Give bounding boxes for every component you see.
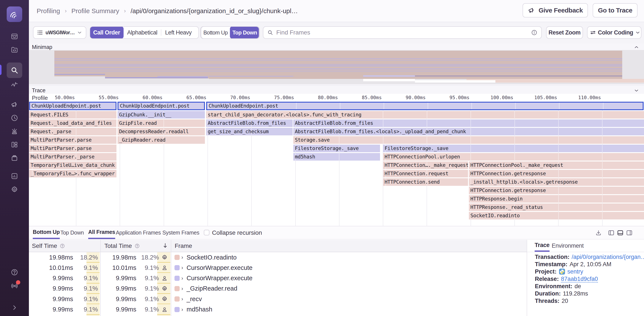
- chevron-up-icon[interactable]: [634, 44, 639, 50]
- minimap-canvas[interactable]: [29, 50, 644, 84]
- give-feedback-button[interactable]: Give Feedback: [522, 3, 588, 17]
- sidebar-item-settings[interactable]: [7, 183, 22, 196]
- view-mode-alphabetical[interactable]: Alphabetical: [124, 27, 161, 38]
- details-tab-environment[interactable]: Environment: [552, 240, 584, 252]
- sidebar-item-dashboards[interactable]: [7, 78, 22, 91]
- frame-name[interactable]: _recv: [186, 294, 202, 304]
- flame-frame[interactable]: MultiPartParser.parse: [29, 145, 116, 152]
- sidebar-item-profiling-search[interactable]: [7, 62, 22, 78]
- frame-name[interactable]: SocketIO.readinto: [186, 252, 236, 263]
- go-to-trace-button[interactable]: Go to Trace: [593, 3, 638, 17]
- sidebar-item-feedback[interactable]: [7, 98, 22, 111]
- sidebar-item-issues[interactable]: [7, 30, 22, 43]
- flame-frame[interactable]: md5hash: [293, 153, 380, 161]
- flame-frame[interactable]: HTTPConnection.request: [383, 170, 468, 177]
- flame-frame[interactable]: HTTPConnection…._make_request: [383, 161, 468, 169]
- project-link[interactable]: sentry: [568, 268, 584, 275]
- help-icon[interactable]: [134, 243, 140, 249]
- flame-frame[interactable]: GzipChunk.__init__: [118, 111, 205, 119]
- frame-table-row[interactable]: 9.99ms9.1%9.99ms9.1%›_recv: [29, 294, 527, 304]
- flame-frame[interactable]: Storage.save: [293, 136, 644, 144]
- help-icon[interactable]: [60, 243, 65, 249]
- sort-direction-icon[interactable]: [162, 243, 168, 249]
- flame-frame[interactable]: MultiPartParser._parse: [29, 153, 116, 161]
- flame-frame[interactable]: get_size_and_checksum: [206, 128, 293, 135]
- frame-name[interactable]: CursorWrapper.execute: [186, 263, 252, 273]
- frame-column-header[interactable]: Frame: [175, 243, 192, 249]
- flame-frame[interactable]: ChunkUploadEndpoint.post: [206, 102, 644, 110]
- download-icon[interactable]: [595, 230, 602, 236]
- sidebar-item-stats[interactable]: [7, 169, 22, 183]
- flame-frame[interactable]: GzipFile.read: [118, 119, 205, 127]
- color-coding-dropdown[interactable]: Color Coding: [587, 26, 642, 39]
- flame-frame[interactable]: FilestoreStorage._save: [383, 145, 644, 152]
- flame-frame[interactable]: _GzipReader.read: [118, 136, 205, 144]
- sidebar-item-explore[interactable]: [7, 43, 22, 56]
- view-mode-call-order[interactable]: Call Order: [90, 26, 124, 39]
- sidebar-item-whats-new[interactable]: [7, 279, 22, 292]
- layout-bottom-icon[interactable]: [617, 229, 624, 236]
- breadcrumb-profile-summary[interactable]: Profile Summary: [72, 7, 119, 15]
- frame-name[interactable]: md5hash: [186, 304, 212, 315]
- breadcrumb-profiling[interactable]: Profiling: [37, 7, 60, 15]
- frames-tab-system-frames[interactable]: System Frames: [162, 226, 199, 239]
- flame-frame[interactable]: Request._load_data_and_files: [29, 119, 116, 127]
- layout-left-icon[interactable]: [608, 229, 615, 236]
- chevron-down-icon[interactable]: [634, 88, 639, 93]
- flame-frame[interactable]: FilestoreStorage._save: [293, 145, 380, 152]
- view-mode-left-heavy[interactable]: Left Heavy: [161, 27, 195, 38]
- frame-table-row[interactable]: 10.01ms9.1%10.01ms9.1%›CursorWrapper.exe…: [29, 263, 527, 273]
- direction-top-down[interactable]: Top Down: [230, 26, 259, 39]
- flame-frame[interactable]: _TemporaryFile…>.func_wrapper: [29, 170, 116, 177]
- flame-graph[interactable]: ChunkUploadEndpoint.postChunkUploadEndpo…: [29, 101, 644, 226]
- find-frames-input[interactable]: Find Frames: [263, 26, 542, 39]
- release-link[interactable]: 87aab1d9cfa0: [561, 275, 598, 283]
- flame-frame[interactable]: start_child_span_decorator.<locals>.func…: [206, 111, 644, 119]
- sidebar-collapse-button[interactable]: [7, 301, 22, 314]
- frame-table-row[interactable]: 9.99ms9.1%9.99ms9.1%›md5hash: [29, 304, 527, 315]
- layout-right-icon[interactable]: [626, 229, 633, 236]
- frame-table-row[interactable]: [29, 315, 527, 316]
- flame-frame[interactable]: HTTPConnectionPool.urlopen: [383, 153, 644, 161]
- sidebar-item-help[interactable]: [7, 266, 22, 279]
- total-time-column-header[interactable]: Total Time: [104, 243, 140, 249]
- flame-frame[interactable]: AbstractFileBlob.from_files.<locals>._up…: [293, 128, 644, 135]
- flame-frame[interactable]: ChunkUploadEndpoint.post: [29, 102, 116, 110]
- flame-frame[interactable]: MultiPartParser.parse: [29, 136, 116, 144]
- info-icon[interactable]: [531, 29, 538, 36]
- collapse-recursion-checkbox[interactable]: [204, 230, 210, 235]
- flame-frame[interactable]: _install_httplib.<locals>.getresponse: [469, 178, 644, 186]
- bottom-tab-top-down[interactable]: Top Down: [60, 226, 84, 239]
- flame-frame[interactable]: HTTPResponse.begin: [469, 195, 644, 203]
- frame-table-row[interactable]: 19.98ms18.2%19.98ms18.2%›SocketIO.readin…: [29, 252, 527, 263]
- flame-frame[interactable]: Request._parse: [29, 128, 116, 135]
- flame-frame[interactable]: DecompressReader.readall: [118, 128, 205, 135]
- flame-frame[interactable]: SocketIO.readinto: [469, 212, 644, 219]
- details-tab-trace[interactable]: Trace: [535, 240, 550, 252]
- flame-frame[interactable]: Request.FILES: [29, 111, 116, 119]
- frame-name[interactable]: _GzipReader.read: [186, 284, 237, 294]
- self-time-column-header[interactable]: Self Time: [32, 243, 65, 249]
- bottom-tab-bottom-up[interactable]: Bottom Up: [33, 226, 60, 239]
- flame-frame[interactable]: TemporaryFileU…ive_data_chunk: [29, 161, 116, 169]
- flame-frame[interactable]: HTTPConnection.send: [383, 178, 468, 186]
- flame-frame[interactable]: ChunkUploadEndpoint.post: [118, 102, 205, 110]
- reset-zoom-button[interactable]: Reset Zoom: [546, 26, 583, 39]
- frame-name[interactable]: CursorWrapper.execute: [186, 273, 252, 284]
- transaction-link[interactable]: /api/0/organizations/{organ…: [572, 253, 644, 261]
- flame-frame[interactable]: HTTPConnectionPool._make_request: [469, 161, 644, 169]
- sidebar-item-archive[interactable]: [7, 151, 22, 165]
- flame-frame[interactable]: HTTPResponse._read_status: [469, 204, 644, 211]
- flame-frame[interactable]: HTTPConnection.getresponse: [469, 170, 644, 177]
- sidebar-item-alerts[interactable]: [7, 125, 22, 138]
- frame-table-row[interactable]: 9.99ms9.1%9.99ms9.1%›_GzipReader.read: [29, 284, 527, 294]
- frames-tab-application-frames[interactable]: Application Frames: [116, 226, 161, 239]
- sidebar-item-replays[interactable]: [7, 111, 22, 125]
- sidebar-item-insights[interactable]: [7, 138, 22, 151]
- direction-bottom-up[interactable]: Bottom Up: [201, 27, 230, 38]
- sentry-logo[interactable]: [7, 6, 22, 22]
- frames-tab-all-frames[interactable]: All Frames: [88, 226, 115, 239]
- flame-frame[interactable]: AbstractFileBlob.from_files: [293, 119, 644, 127]
- flame-frame[interactable]: AbstractFileBlob.from_files: [206, 119, 293, 127]
- frame-table-row[interactable]: 9.99ms9.1%9.99ms9.1%›CursorWrapper.execu…: [29, 273, 527, 284]
